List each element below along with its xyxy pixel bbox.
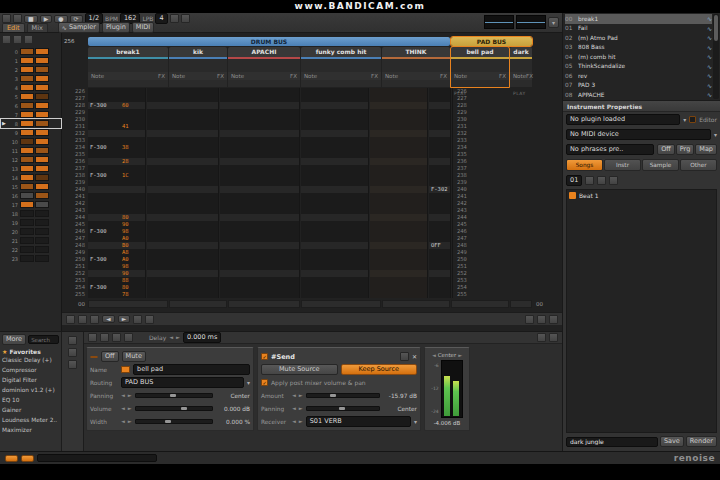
dsp-search-input[interactable] [29, 337, 58, 343]
track-color-swatch[interactable] [121, 366, 130, 373]
track-play-state[interactable]: PLAY [301, 80, 381, 87]
matrix-cell[interactable] [20, 156, 34, 163]
matrix-cell[interactable] [20, 75, 34, 82]
matrix-cell[interactable] [35, 66, 49, 73]
cell-think[interactable] [370, 228, 428, 235]
cell-kik[interactable] [147, 186, 219, 193]
disk-category-tab[interactable]: Sample [642, 159, 679, 171]
cell-bell-pad[interactable] [429, 284, 451, 291]
cell-dark[interactable] [452, 256, 453, 263]
instrument-row[interactable]: 00 break1 ∿ [565, 14, 712, 24]
instrument-list-scrollbar[interactable] [713, 14, 719, 99]
step-left-icon[interactable]: ◄ [292, 393, 296, 398]
cell-apachi[interactable] [220, 130, 300, 137]
cell-think[interactable] [370, 130, 428, 137]
matrix-cell[interactable] [20, 174, 34, 181]
matrix-row[interactable]: 7 [1, 110, 61, 119]
cell-funky-comb-hit[interactable] [301, 123, 369, 130]
cell-kik[interactable] [147, 256, 219, 263]
pattern-row[interactable]: 232 232 [62, 130, 562, 137]
disk-category-tab[interactable]: Other [680, 159, 717, 171]
cell-break1[interactable]: 88 [88, 277, 146, 284]
matrix-row[interactable]: 1 [1, 56, 61, 65]
instrument-row[interactable]: 04 (m) comb hit ∿ [565, 52, 712, 62]
cell-think[interactable] [370, 193, 428, 200]
file-item[interactable]: Beat 1 [569, 192, 714, 199]
cell-kik[interactable] [147, 270, 219, 277]
cell-dark[interactable] [452, 130, 453, 137]
matrix-cell[interactable] [35, 102, 49, 109]
track-2-icon[interactable] [100, 333, 109, 342]
favorite-device-item[interactable]: dominion v1.2 (+) [2, 385, 59, 395]
cell-kik[interactable] [147, 109, 219, 116]
cell-think[interactable] [370, 116, 428, 123]
pattern-row[interactable]: 255 78 255 [62, 291, 562, 298]
cell-think[interactable] [370, 102, 428, 109]
cell-bell-pad[interactable] [429, 235, 451, 242]
matrix-cell[interactable] [20, 192, 34, 199]
cell-break1[interactable]: 28 [88, 158, 146, 165]
cell-kik[interactable] [147, 228, 219, 235]
apply-post-checkbox[interactable]: ✓ [261, 379, 268, 386]
cell-kik[interactable] [147, 130, 219, 137]
cell-apachi[interactable] [220, 200, 300, 207]
group-header-pad-bus[interactable]: PAD BUS [451, 37, 532, 46]
scope-mode-dropdown[interactable]: ▾ [548, 17, 559, 28]
favorite-device-item[interactable]: Digital Filter [2, 375, 59, 385]
lpb-value[interactable]: 4 [155, 13, 167, 24]
cell-apachi[interactable] [220, 165, 300, 172]
file-menu-icon[interactable] [2, 14, 11, 23]
cell-funky-comb-hit[interactable] [301, 172, 369, 179]
cell-bell-pad[interactable] [429, 95, 451, 102]
instrument-row[interactable]: 08 APPACHE ∿ [565, 90, 712, 100]
cell-apachi[interactable] [220, 256, 300, 263]
midi-activity-led[interactable] [5, 455, 18, 462]
cell-funky-comb-hit[interactable] [301, 291, 369, 298]
cell-dark[interactable] [452, 214, 453, 221]
cell-bell-pad[interactable] [429, 179, 451, 186]
step-right-icon[interactable]: ► [128, 406, 132, 411]
tab-edit[interactable]: Edit [2, 23, 25, 32]
cell-break1[interactable] [88, 88, 146, 95]
track-header[interactable]: bell pad Note FX PLAY [451, 47, 509, 87]
pattern-row[interactable]: 245 90 245 [62, 221, 562, 228]
cell-funky-comb-hit[interactable] [301, 207, 369, 214]
matrix-cell[interactable] [20, 201, 34, 208]
matrix-cell[interactable] [35, 165, 49, 172]
matrix-row[interactable]: 6 [1, 101, 61, 110]
cell-break1[interactable]: A8 [88, 249, 146, 256]
metronome-icon[interactable] [170, 14, 179, 23]
cell-kik[interactable] [147, 284, 219, 291]
cell-break1[interactable] [88, 95, 146, 102]
cell-apachi[interactable] [220, 228, 300, 235]
pattern-row[interactable]: 236 28 236 [62, 158, 562, 165]
cell-break1[interactable]: F-30080 [88, 284, 146, 291]
cell-break1[interactable]: 98 [88, 263, 146, 270]
matrix-cell[interactable] [20, 48, 34, 55]
receiver-dropdown[interactable]: S01 VERB [306, 416, 411, 427]
filename-input[interactable] [566, 437, 658, 447]
pattern-row[interactable]: 250 F-300A0 250 [62, 256, 562, 263]
matrix-cell[interactable] [20, 219, 34, 226]
matrix-cell[interactable] [20, 129, 34, 136]
step-left-icon[interactable]: ◄ [292, 406, 296, 411]
cell-apachi[interactable] [220, 291, 300, 298]
instrument-row[interactable]: 01 Fail ∿ [565, 24, 712, 34]
settings-gear-icon[interactable] [181, 14, 190, 23]
cell-funky-comb-hit[interactable] [301, 144, 369, 151]
cell-kik[interactable] [147, 137, 219, 144]
cell-bell-pad[interactable] [429, 137, 451, 144]
cell-think[interactable] [370, 214, 428, 221]
cell-bell-pad[interactable]: OFF [429, 242, 451, 249]
matrix-cell[interactable] [35, 210, 49, 217]
matrix-cell[interactable] [20, 165, 34, 172]
pattern-row[interactable]: 226 226 [62, 88, 562, 95]
matrix-row[interactable]: 18 [1, 209, 61, 218]
matrix-row[interactable]: 0 [1, 47, 61, 56]
cell-dark[interactable] [452, 277, 453, 284]
pattern-row[interactable]: 229 229 [62, 109, 562, 116]
cell-apachi[interactable] [220, 221, 300, 228]
matrix-cell[interactable] [35, 147, 49, 154]
cell-kik[interactable] [147, 291, 219, 298]
cell-break1[interactable]: F-30098 [88, 228, 146, 235]
